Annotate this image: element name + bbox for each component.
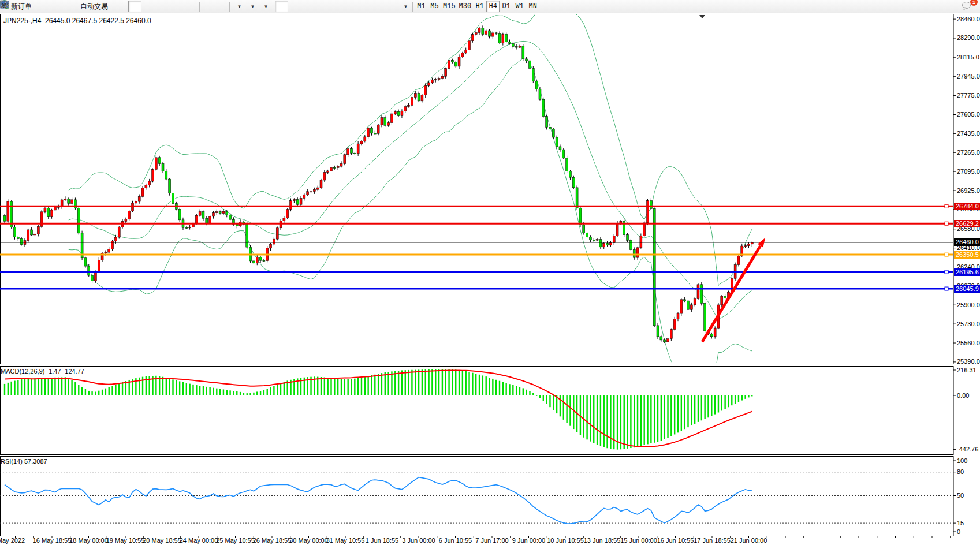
time-tick-label: 30 May 00:00 [289,537,328,544]
macd-histogram-bar [371,375,372,395]
line-handle[interactable] [945,204,948,208]
macd-histogram-bar [277,385,278,395]
line-handle[interactable] [945,287,948,290]
macd-histogram-bar [674,395,675,434]
candle-body [528,61,531,68]
line-handle[interactable] [945,270,948,274]
candle-body [596,240,598,240]
candle-body [273,239,275,244]
macd-histogram-bar [714,395,716,415]
macd-histogram-bar [667,395,668,438]
candle-body [431,80,433,83]
mt4-window: 新订单 自动交易 [0,0,980,545]
candle-body [653,208,655,325]
macd-histogram-bar [448,369,449,395]
candle-body [552,129,554,137]
candle-body [613,236,615,242]
macd-histogram-bar [637,395,638,447]
candle-body [330,167,333,171]
candle-body [710,334,713,337]
macd-histogram-bar [698,395,699,422]
trend-arrow[interactable] [702,246,761,342]
macd-histogram-bar [661,395,662,441]
candle-body [340,163,342,166]
chart-shift-marker[interactable] [699,15,705,18]
macd-histogram-bar [58,378,59,395]
macd-histogram-bar [196,385,197,395]
macd-histogram-bar [364,376,366,395]
candle-body [293,200,295,201]
candle-body [404,107,407,111]
time-tick-label: May 2022 [0,537,25,544]
candle-body [397,111,400,115]
candle-body [633,250,635,258]
candle-body [189,227,191,227]
candle-body [7,201,9,221]
candle-body [125,219,127,222]
macd-histogram-bar [357,378,359,395]
macd-histogram-bar [223,389,224,395]
macd-histogram-bar [613,395,614,449]
macd-histogram-bar [344,379,345,395]
macd-histogram-bar [556,395,557,413]
price-line-tag: 26629.2 [954,220,980,227]
macd-histogram-bar [475,374,476,395]
candle-body [158,158,161,164]
macd-histogram-bar [499,381,500,395]
price-line-tag: 26460.0 [954,238,980,246]
chart-canvas[interactable] [0,0,980,545]
macd-histogram-bar [247,393,248,395]
candle-body [145,185,147,188]
macd-histogram-bar [169,379,170,395]
candle-body [461,53,464,57]
candle-body [556,137,558,147]
candle-body [33,234,36,235]
time-tick-label: 1 Jun 18:55 [366,537,399,544]
candle-body [172,193,174,204]
macd-histogram-bar [442,369,443,395]
macd-histogram-bar [479,375,480,395]
candle-body [445,69,447,77]
macd-histogram-bar [408,370,409,395]
macd-histogram-bar [600,395,601,446]
macd-histogram-bar [445,369,446,395]
macd-histogram-bar [51,378,52,395]
macd-histogram-bar [243,393,244,395]
candle-body [502,34,504,43]
macd-histogram-bar [68,378,69,395]
macd-histogram-bar [505,383,506,395]
candle-body [384,118,386,126]
candle-body [54,207,56,210]
candle-body [270,244,272,248]
macd-histogram-bar [495,380,497,395]
macd-histogram-bar [718,395,719,413]
price-tick-label: 26925.0 [957,187,980,194]
candle-body [519,46,521,47]
candle-body [263,260,265,261]
macd-histogram-bar [209,387,210,395]
candle-body [421,95,423,101]
macd-histogram-bar [711,395,712,416]
candle-body [629,240,632,249]
line-handle[interactable] [945,253,948,256]
macd-histogram-bar [606,395,608,448]
macd-histogram-bar [122,382,123,395]
macd-histogram-bar [334,379,335,395]
candle-body [17,237,19,239]
macd-histogram-bar [462,371,463,395]
macd-histogram-bar [724,395,725,409]
candle-body [532,69,534,81]
candle-body [526,59,528,61]
candle-body [364,137,366,141]
macd-histogram-bar [728,395,729,407]
macd-histogram-bar [664,395,665,439]
macd-histogram-bar [647,395,648,444]
candle-body [219,212,221,214]
candle-body [94,272,96,281]
macd-histogram-bar [489,378,490,395]
line-handle[interactable] [945,222,948,225]
macd-histogram-bar [24,379,25,395]
macd-histogram-bar [583,395,584,438]
candle-body [586,233,588,237]
macd-histogram-bar [267,389,268,395]
